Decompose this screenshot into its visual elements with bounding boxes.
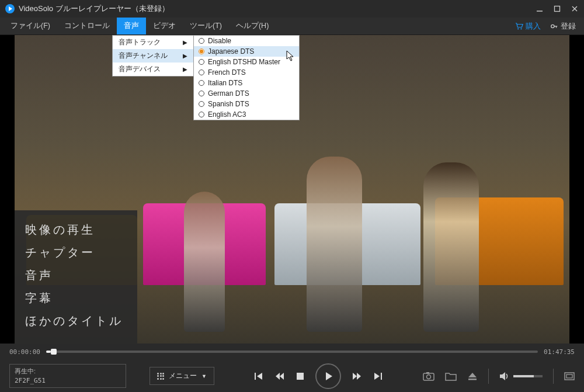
channel-option-german-dts[interactable]: German DTS [194,88,299,99]
previous-button[interactable] [253,371,264,381]
login-button[interactable]: 登録 [545,19,580,34]
option-label: Italian DTS [208,79,242,87]
overlay-item-audio[interactable]: 音声 [25,264,127,287]
arrow-right-icon: ▶ [183,66,187,72]
svg-point-8 [551,25,554,27]
now-playing-label: 再生中: [15,367,121,376]
arrow-right-icon: ▶ [183,39,187,46]
transport-controls [214,363,423,389]
channel-option-italian-dts[interactable]: Italian DTS [194,78,299,88]
time-total: 01:47:35 [544,348,575,356]
menu-control[interactable]: コントロール [57,18,117,34]
maximize-button[interactable] [552,4,562,13]
close-button[interactable] [570,4,579,13]
menu-button-label: メニュー [169,371,197,381]
svg-rect-20 [381,373,382,380]
snapshot-button[interactable] [423,372,434,381]
svg-marker-24 [468,373,477,377]
fast-forward-button[interactable] [352,371,362,381]
key-icon [550,22,558,30]
volume-icon[interactable] [499,372,510,381]
video-content [423,162,479,332]
play-button[interactable] [315,363,341,389]
channel-option-disable[interactable]: Disable [194,36,299,46]
submenu-audio-device[interactable]: 音声デバイス ▶ [113,63,193,76]
overlay-item-chapter[interactable]: チャプター [25,241,127,264]
arrow-right-icon: ▶ [183,53,187,59]
svg-marker-18 [357,373,361,380]
menu-help[interactable]: ヘルプ(H) [229,18,276,34]
radio-icon [199,59,204,65]
channel-option-english-dtshd[interactable]: English DTSHD Master [194,57,299,67]
divider [553,369,554,384]
channel-option-french-dts[interactable]: French DTS [194,67,299,78]
video-content [184,192,225,332]
svg-marker-19 [374,373,380,380]
radio-icon [199,80,204,86]
seek-bar[interactable] [46,351,538,353]
menu-file[interactable]: ファイル(F) [4,18,57,34]
seek-progress [46,351,51,353]
svg-marker-13 [276,373,280,380]
stop-button[interactable] [296,372,305,381]
volume-fill [513,375,534,377]
disc-menu-button[interactable]: メニュー ▼ [150,367,214,385]
overlay-item-other[interactable]: ほかのタイトル [25,310,127,332]
option-label: English AC3 [208,110,246,119]
buy-button[interactable]: 購入 [510,19,545,34]
login-label: 登録 [561,21,576,32]
option-label: German DTS [208,89,249,98]
svg-rect-28 [566,374,572,378]
buy-label: 購入 [526,21,541,32]
menu-tool[interactable]: ツール(T) [183,18,229,34]
menu-audio[interactable]: 音声 [117,18,146,34]
app-logo-icon [5,4,15,14]
channel-option-japanese-dts[interactable]: Japanese DTS [194,46,299,57]
svg-marker-16 [326,372,332,380]
svg-marker-14 [280,373,284,380]
control-bar: 00:00:00 01:47:35 再生中: 2F2F_G51 メニュー ▼ [0,344,584,392]
svg-rect-11 [255,373,256,380]
video-content [307,157,362,332]
menu-video[interactable]: ビデオ [146,18,183,34]
rewind-button[interactable] [274,371,285,381]
volume-slider[interactable] [513,375,543,377]
option-label: Japanese DTS [208,47,254,55]
option-label: Disable [208,37,231,45]
divider [488,369,489,384]
svg-point-7 [520,28,522,29]
seek-thumb[interactable] [51,349,57,355]
option-label: English DTSHD Master [208,58,280,66]
submenu-label: 音声チャンネル [119,51,168,61]
grid-dots-icon [157,373,164,380]
radio-icon [199,101,204,107]
overlay-item-subtitle[interactable]: 字幕 [25,287,127,310]
submenu-label: 音声トラック [119,37,161,47]
cart-icon [515,22,523,30]
submenu-audio-channel[interactable]: 音声チャンネル ▶ [113,49,193,63]
svg-marker-12 [257,373,262,380]
open-file-button[interactable] [445,372,457,381]
radio-icon [199,91,204,96]
submenu-audio-track[interactable]: 音声トラック ▶ [113,36,193,49]
overlay-item-playback[interactable]: 映像の再生 [25,218,127,241]
eject-button[interactable] [467,372,478,381]
svg-rect-23 [426,372,429,374]
audio-channel-submenu: Disable Japanese DTS English DTSHD Maste… [193,35,300,120]
chevron-down-icon: ▼ [201,373,207,379]
svg-rect-15 [297,373,304,380]
svg-marker-26 [500,372,505,380]
disc-overlay-menu: 映像の再生 チャプター 音声 字幕 ほかのタイトル [15,210,137,344]
channel-option-spanish-dts[interactable]: Spanish DTS [194,99,299,109]
option-label: Spanish DTS [208,100,249,108]
next-button[interactable] [373,371,383,381]
svg-point-6 [517,28,519,29]
submenu-label: 音声デバイス [119,64,161,74]
radio-selected-icon [199,48,204,54]
channel-option-english-ac3[interactable]: English AC3 [194,109,299,120]
fullscreen-button[interactable] [564,372,575,380]
minimize-button[interactable] [535,4,544,13]
radio-icon [199,70,204,75]
titlebar: VideoSolo ブルーレイプレーヤー（未登録） [0,0,584,18]
svg-point-22 [427,374,431,379]
